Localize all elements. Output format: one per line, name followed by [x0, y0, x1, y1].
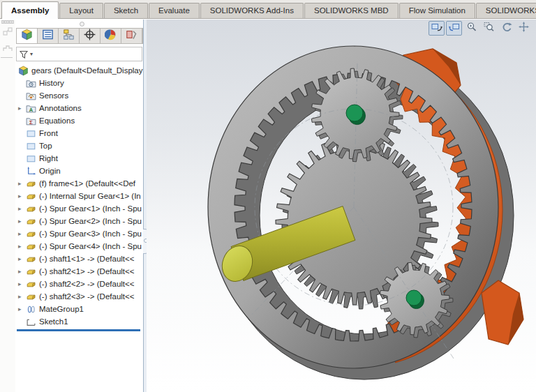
tree-item-shaft1-1-default[interactable]: ▸(-) shaft1<1> -> (Default<<	[15, 252, 143, 265]
filter-bar[interactable]: ▾	[16, 47, 142, 61]
tree-item-label: gears (Default<Default_Display	[31, 66, 142, 75]
tree-item-label: Top	[39, 142, 52, 150]
panel-resize-nub[interactable]	[80, 22, 84, 27]
panel-tab-dimxpertmanager[interactable]	[80, 29, 100, 43]
tree-item-front[interactable]: Front	[15, 127, 143, 140]
tree-item-label: (f) frame<1> (Default<<Def	[39, 179, 135, 188]
rollback-bar[interactable]	[17, 329, 140, 331]
panel-tab-cam-manager[interactable]	[121, 29, 142, 43]
zoom-in-out-button[interactable]	[463, 21, 479, 36]
ribbon-tab-solidworks-add-ins[interactable]: SOLIDWORKS Add-Ins	[200, 3, 304, 18]
expand-arrow-icon[interactable]: ▸	[18, 265, 26, 278]
toolbar-drag-handle[interactable]	[1, 20, 14, 24]
filter-caret-icon[interactable]: ▾	[30, 51, 33, 57]
expand-arrow-icon[interactable]: ▸	[18, 240, 26, 252]
tree-item-sensors[interactable]: Sensors	[15, 89, 143, 102]
part-icon	[26, 179, 36, 189]
tree-item-f-frame-1-default-def[interactable]: ▸(f) frame<1> (Default<<Def	[15, 177, 143, 190]
ribbon-tab-flow-simulation[interactable]: Flow Simulation	[399, 3, 475, 18]
panel-tab-configurationmanager[interactable]	[59, 29, 80, 43]
ribbon-tab-evaluate[interactable]: Evaluate	[149, 3, 200, 18]
next-view-icon	[449, 22, 460, 35]
previous-view-button[interactable]	[429, 21, 445, 36]
expand-arrow-icon[interactable]: ▸	[18, 177, 26, 190]
planet-hub-bottom[interactable]	[406, 290, 422, 306]
rotate-view-button[interactable]	[498, 21, 514, 36]
panel-tab-propertymanager[interactable]	[38, 29, 59, 43]
propertymanager-icon	[42, 29, 54, 43]
expand-arrow-icon[interactable]: ▸	[18, 215, 26, 227]
tree-item-spur-gear-3-inch-spu[interactable]: ▸(-) Spur Gear<3> (Inch - Spu	[15, 227, 143, 240]
tree-item-label: Annotations	[39, 104, 82, 112]
tree-item-mategroup1[interactable]: ▸MateGroup1	[15, 303, 143, 315]
expand-arrow-icon[interactable]: ▸	[18, 290, 26, 303]
part-icon	[26, 229, 36, 239]
folder-annotations-icon: A	[26, 103, 36, 114]
tree-item-shaft2-2-default[interactable]: ▸(-) shaft2<2> -> (Default<<	[15, 278, 143, 290]
zoom-to-area-button[interactable]	[481, 21, 497, 36]
tree-item-sketch1[interactable]: Sketch1	[15, 315, 143, 328]
ribbon-tab-bar: AssemblyLayoutSketchEvaluateSOLIDWORKS A…	[0, 0, 536, 19]
ribbon-tab-solidworks-mbd[interactable]: SOLIDWORKS MBD	[304, 3, 399, 18]
configurationmanager-icon	[63, 29, 75, 43]
main-area: ▾ gears (Default<Default_DisplayHistoryS…	[0, 20, 536, 392]
panel-tab-displaymanager[interactable]	[100, 29, 121, 43]
tree-item-equations[interactable]: ΣEquations	[15, 114, 143, 127]
assembly-tool-icon[interactable]	[2, 27, 13, 38]
tree-item-top[interactable]: Top	[15, 140, 143, 152]
tree-item-label: Sketch1	[39, 317, 68, 326]
sketch-icon	[26, 317, 36, 327]
panel-tab-featuremanager-design-tree[interactable]	[17, 29, 38, 43]
ribbon-tab-layout[interactable]: Layout	[59, 3, 103, 18]
expand-arrow-icon[interactable]: ▸	[18, 252, 26, 265]
graphics-viewport[interactable]	[147, 20, 536, 392]
tree-item-right[interactable]: Right	[15, 152, 143, 165]
assembly-icon	[18, 66, 29, 76]
tree-item-internal-spur-gear-1-in[interactable]: ▸(-) Internal Spur Gear<1> (In	[15, 190, 143, 202]
feature-tree: gears (Default<Default_DisplayHistorySen…	[15, 64, 143, 328]
next-view-button[interactable]	[446, 21, 462, 36]
expand-arrow-icon[interactable]: ▸	[18, 227, 26, 240]
gear-assembly-model[interactable]	[147, 20, 536, 392]
tree-item-history[interactable]: History	[15, 77, 143, 89]
expand-arrow-icon[interactable]: ▸	[18, 102, 26, 114]
tree-item-origin[interactable]: Origin	[15, 165, 143, 177]
feature-manager-panel: ▾ gears (Default<Default_DisplayHistoryS…	[15, 20, 143, 392]
ribbon-tab-sketch[interactable]: Sketch	[104, 3, 148, 18]
tree-item-spur-gear-2-inch-spu[interactable]: ▸(-) Spur Gear<2> (Inch - Spu	[15, 215, 143, 227]
ribbon-tab-solidworks-inspection[interactable]: SOLIDWORKS Inspection	[476, 3, 536, 18]
tree-item-shaft2-1-default[interactable]: ▸(-) shaft2<1> -> (Default<<	[15, 265, 143, 278]
tree-item-label: Origin	[39, 167, 61, 175]
expand-arrow-icon[interactable]: ▸	[18, 303, 26, 315]
tree-item-label: (-) shaft1<1> -> (Default<<	[39, 255, 134, 263]
tree-item-label: Sensors	[39, 91, 68, 100]
feature-manager-tabs	[16, 28, 143, 44]
expand-arrow-icon[interactable]: ▸	[18, 190, 26, 202]
part-icon	[26, 241, 36, 252]
tree-item-label: History	[39, 79, 64, 87]
feature-tool-icon[interactable]	[2, 43, 13, 54]
part-icon	[26, 254, 36, 264]
expand-arrow-icon[interactable]: ▸	[18, 202, 26, 215]
ribbon-tab-assembly[interactable]: Assembly	[1, 1, 59, 19]
part-icon	[26, 279, 36, 289]
tree-item-label: MateGroup1	[39, 305, 84, 313]
plane-icon	[26, 153, 36, 164]
part-icon	[26, 292, 36, 302]
mategroup-icon	[26, 304, 36, 315]
svg-text:Σ: Σ	[29, 119, 33, 125]
pan-button[interactable]	[516, 21, 532, 36]
planet-hub-top[interactable]	[346, 105, 363, 121]
part-icon	[26, 266, 36, 277]
tree-item-spur-gear-1-inch-spu[interactable]: ▸(-) Spur Gear<1> (Inch - Spu	[15, 202, 143, 215]
part-icon	[26, 216, 36, 227]
tree-item-spur-gear-4-inch-spu[interactable]: ▸(-) Spur Gear<4> (Inch - Spu	[15, 240, 143, 252]
tree-item-label: Equations	[39, 116, 75, 125]
expand-arrow-icon[interactable]: ▸	[18, 278, 26, 290]
tree-item-shaft2-3-default[interactable]: ▸(-) shaft2<3> -> (Default<<	[15, 290, 143, 303]
tree-item-annotations[interactable]: ▸AAnnotations	[15, 102, 143, 114]
filter-funnel-icon	[19, 50, 29, 59]
tree-item-gears-default-default-display[interactable]: gears (Default<Default_Display	[15, 64, 143, 77]
tree-item-label: (-) Internal Spur Gear<1> (In	[39, 192, 141, 200]
cam-manager-icon	[126, 29, 137, 43]
